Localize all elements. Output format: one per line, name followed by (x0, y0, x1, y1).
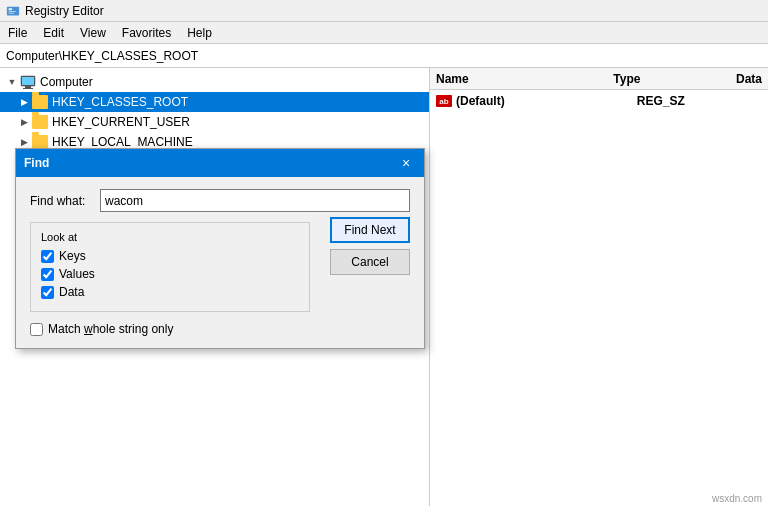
menu-file[interactable]: File (0, 24, 35, 42)
svg-rect-2 (9, 11, 16, 12)
menu-help[interactable]: Help (179, 24, 220, 42)
checkbox-values-label: Values (59, 267, 95, 281)
cancel-button[interactable]: Cancel (330, 249, 410, 275)
checkbox-data[interactable] (41, 286, 54, 299)
match-row: Match whole string only (30, 322, 410, 336)
find-what-label: Find what: (30, 194, 100, 208)
title-bar: Registry Editor (0, 0, 768, 22)
menu-view[interactable]: View (72, 24, 114, 42)
svg-rect-1 (9, 8, 13, 10)
app-title: Registry Editor (25, 4, 104, 18)
svg-rect-3 (9, 12, 14, 13)
checkbox-row-keys: Keys (41, 249, 299, 263)
address-bar: Computer\HKEY_CLASSES_ROOT (0, 44, 768, 68)
dialog-body: Find what: Find Next Cancel Look at Keys (16, 177, 424, 348)
look-at-section: Look at Keys Values Data (30, 222, 310, 312)
checkbox-row-data: Data (41, 285, 299, 299)
address-path: Computer\HKEY_CLASSES_ROOT (6, 49, 198, 63)
find-next-button[interactable]: Find Next (330, 217, 410, 243)
checkbox-row-values: Values (41, 267, 299, 281)
checkbox-data-label: Data (59, 285, 84, 299)
checkbox-match-label: Match whole string only (48, 322, 173, 336)
menu-edit[interactable]: Edit (35, 24, 72, 42)
checkbox-values[interactable] (41, 268, 54, 281)
dialog-overlay: Find × Find what: Find Next Cancel Look … (0, 68, 768, 506)
dialog-buttons: Find Next Cancel (330, 217, 410, 275)
menu-favorites[interactable]: Favorites (114, 24, 179, 42)
main-content: A 🤓 PPUALS ▼ Computer ▶ HKEY_CLASSES_ROO… (0, 68, 768, 506)
match-underline-w: w (84, 322, 93, 336)
dialog-close-button[interactable]: × (396, 153, 416, 173)
checkbox-keys-label: Keys (59, 249, 86, 263)
menu-bar: File Edit View Favorites Help (0, 22, 768, 44)
dialog-title: Find (24, 156, 49, 170)
find-what-row: Find what: (30, 189, 410, 212)
find-dialog: Find × Find what: Find Next Cancel Look … (15, 148, 425, 349)
registry-editor-icon (6, 4, 20, 18)
look-at-legend: Look at (41, 231, 299, 243)
checkbox-keys[interactable] (41, 250, 54, 263)
find-what-input[interactable] (100, 189, 410, 212)
checkbox-match[interactable] (30, 323, 43, 336)
dialog-title-bar: Find × (16, 149, 424, 177)
